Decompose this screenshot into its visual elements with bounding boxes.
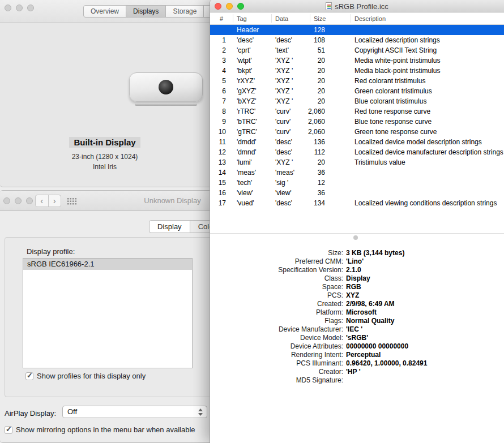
show-profiles-checkbox[interactable]: ✓ [25,372,33,380]
cell-desc: Green tone response curve [354,127,504,137]
profile-list[interactable]: sRGB IEC61966-2.1 [23,258,193,368]
cell-data: 'XYZ ' [275,76,293,86]
cell-size: 20 [295,96,325,106]
column-header-data[interactable]: Data [275,12,288,25]
detail-line: Class:Display [210,274,504,283]
cell-data: 'desc' [275,137,292,147]
cell-tag: 'lumi' [237,157,252,167]
tab-overview[interactable]: Overview [83,5,126,18]
detail-value: 'HP ' [346,368,361,376]
detail-line: Device Model:'sRGB' [210,334,504,342]
profile-table-rows: 1'desc''desc'108Localized description st… [210,35,504,208]
column-header-size[interactable]: Size [314,12,326,25]
detail-line: Rendering Intent:Perceptual [210,351,504,359]
airplay-dropdown[interactable]: Off [62,406,207,418]
detail-label: Platform: [210,308,346,317]
close-icon[interactable] [5,5,11,11]
cell-size: 108 [295,35,325,45]
table-row[interactable]: 2'cprt''text'51Copyright ASCII Text Stri… [210,45,504,55]
cell-num: 17 [215,198,226,208]
display-profile-label: Display profile: [27,247,75,256]
cell-num: 3 [215,55,226,66]
table-row[interactable]: 9'bTRC''curv'2,060Blue tone response cur… [210,117,504,127]
zoom-icon[interactable] [27,5,34,11]
cell-tag: 'tech' [237,178,252,188]
window-title-area: sRGB Profile.icc [244,0,470,12]
cell-num: 15 [215,178,226,188]
cell-desc: Localized device model description strin… [354,137,504,147]
table-row[interactable]: 8'rTRC''curv'2,060Red tone response curv… [210,106,504,117]
detail-value: XYZ [346,291,359,299]
tab-display[interactable]: Display [149,220,190,233]
table-row[interactable]: 4'bkpt''XYZ '20Media black-point tristim… [210,66,504,76]
cell-num: 2 [215,45,226,55]
splitter-handle-icon[interactable] [353,235,358,240]
column-divider [310,14,310,23]
detail-line: Created:2/9/98, 6:49 AM [210,300,504,308]
cell-desc: Localized device manufacturer descriptio… [354,147,504,157]
table-row[interactable]: 7'bXYZ''XYZ '20Blue colorant tristimulus [210,96,504,106]
cell-desc: Tristimulus value [354,157,504,167]
tab-storage[interactable]: Storage [166,5,204,18]
table-row[interactable]: 12'dmnd''desc'112Localized device manufa… [210,147,504,157]
show-profiles-checkbox-row: ✓ Show profiles for this display only [25,372,146,380]
detail-value: 00000000 00000000 [346,342,408,350]
cell-data: 'XYZ ' [275,157,293,167]
cell-tag: 'dmnd' [237,147,257,157]
mirroring-checkbox[interactable]: ✓ [5,426,12,434]
zoom-icon[interactable] [237,3,244,10]
cell-data: 'text' [275,45,289,55]
detail-line: Platform:Microsoft [210,308,504,317]
titlebar[interactable]: sRGB Profile.icc [210,0,504,12]
column-header-num[interactable]: # [220,12,223,25]
list-item[interactable]: sRGB IEC61966-2.1 [23,259,192,270]
cell-size: 2,060 [295,106,325,117]
table-row[interactable]: 10'gTRC''curv'2,060Green tone response c… [210,127,504,137]
cell-size: 12 [295,178,325,188]
tab-displays[interactable]: Displays [126,5,166,18]
column-header-description[interactable]: Description [354,12,386,25]
profile-details: Size:3 KB (3,144 bytes)Preferred CMM:'Li… [210,249,504,385]
cell-num: 6 [215,86,226,96]
detail-line: Size:3 KB (3,144 bytes) [210,249,504,257]
table-row[interactable]: 1'desc''desc'108Localized description st… [210,35,504,45]
cell-tag: 'vued' [237,198,254,208]
detail-label: Device Attributes: [210,342,346,351]
airplay-display-label: AirPlay Display: [5,409,56,418]
table-row[interactable]: 11'dmdd''desc'136Localized device model … [210,137,504,147]
table-row-selected[interactable]: Header 128 [210,25,504,35]
detail-label: Device Manufacturer: [210,325,346,334]
cell-tag: 'bTRC' [237,117,257,127]
detail-value: Normal Quality [346,317,394,325]
cell-tag: Header [237,25,259,35]
detail-label: Class: [210,274,346,283]
table-row[interactable]: 13'lumi''XYZ '20Tristimulus value [210,157,504,167]
cell-desc: Localized description strings [354,35,504,45]
detail-label: Flags: [210,317,346,325]
cell-tag: 'meas' [237,167,256,178]
detail-value: 3 KB (3,144 bytes) [346,249,404,257]
cell-tag: 'cprt' [237,45,251,55]
minimize-icon[interactable] [16,5,23,11]
table-row[interactable]: 16'view''view'36 [210,188,504,198]
cell-num: 10 [215,127,226,137]
minimize-icon[interactable] [226,3,233,10]
cell-num: 4 [215,66,226,76]
cell-data: 'meas' [275,167,294,178]
table-row[interactable]: 6'gXYZ''XYZ '20Green colorant tristimulu… [210,86,504,96]
table-row[interactable]: 15'tech''sig '12 [210,178,504,188]
pane-splitter[interactable] [210,233,504,234]
cell-desc: Localized viewing conditions description… [354,198,504,208]
table-row[interactable]: 5'rXYZ''XYZ '20Red colorant tristimulus [210,76,504,86]
detail-line: Preferred CMM:'Lino' [210,257,504,266]
detail-value: RGB [346,283,361,291]
table-row[interactable]: 3'wtpt''XYZ '20Media white-point tristim… [210,55,504,66]
table-row[interactable]: 14'meas''meas'36 [210,167,504,178]
mac-mini-top-circle [159,80,173,94]
table-row[interactable]: 17'vued''desc'134Localized viewing condi… [210,198,504,208]
detail-label: Device Model: [210,334,346,342]
close-icon[interactable] [215,3,221,10]
cell-tag: 'view' [237,188,253,198]
cell-desc: Media white-point tristimulus [354,55,504,66]
column-header-tag[interactable]: Tag [237,12,247,25]
